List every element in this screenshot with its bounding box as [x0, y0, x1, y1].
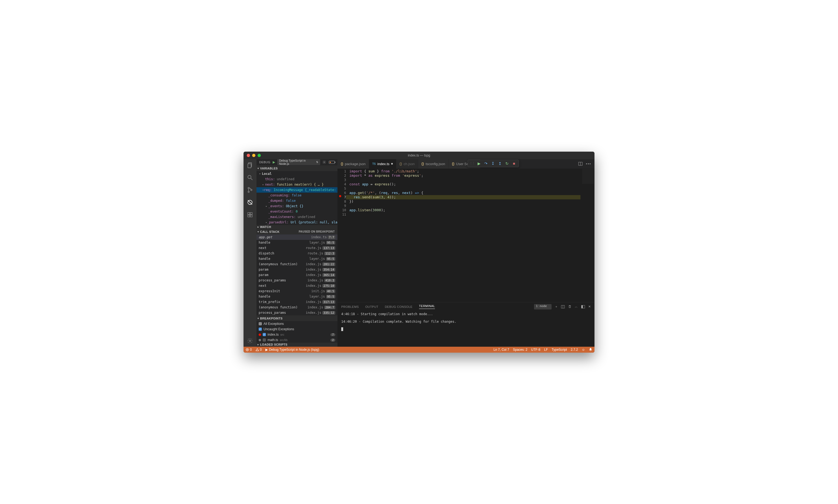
- checkbox-checked-icon[interactable]: ✓: [259, 327, 262, 331]
- debug-toolbar[interactable]: ⋮⋮ ▶ ↷ ↧ ↥ ↻ ■: [468, 160, 519, 167]
- status-encoding[interactable]: UTF-8: [531, 348, 540, 352]
- loaded-scripts-title[interactable]: ▸ LOADED SCRIPTS: [257, 343, 337, 346]
- var-prop[interactable]: _maxListeners: undefined: [257, 214, 337, 220]
- code-line[interactable]: [349, 212, 594, 217]
- var-this[interactable]: this: undefined: [257, 177, 337, 182]
- explorer-icon[interactable]: [247, 162, 253, 168]
- scm-icon[interactable]: [247, 187, 253, 193]
- status-spaces[interactable]: Spaces: 2: [513, 348, 527, 352]
- status-eol[interactable]: LF: [544, 348, 548, 352]
- drag-handle-icon[interactable]: ⋮⋮: [470, 162, 475, 165]
- status-errors[interactable]: 0: [246, 348, 252, 352]
- callstack-frame[interactable]: nextroute.js137:13: [257, 245, 337, 251]
- code-line[interactable]: import { sum } from './lib/math';: [349, 169, 594, 174]
- continue-button[interactable]: ▶: [476, 161, 482, 166]
- callstack-frame[interactable]: nextindex.js275:10: [257, 283, 337, 288]
- var-prop[interactable]: _consuming: false: [257, 193, 337, 198]
- search-icon[interactable]: [247, 174, 253, 181]
- editor-tab[interactable]: {}package.json: [337, 159, 369, 169]
- zoom-window-button[interactable]: [258, 154, 261, 157]
- callstack-frame[interactable]: trim_prefixindex.js317:13: [257, 299, 337, 305]
- debug-config-gear-icon[interactable]: [322, 160, 326, 164]
- tab-terminal[interactable]: TERMINAL: [419, 304, 435, 309]
- feedback-icon[interactable]: ☺: [582, 348, 585, 352]
- bp-all-exceptions[interactable]: All Exceptions: [257, 321, 337, 326]
- split-editor-icon[interactable]: [578, 162, 582, 166]
- close-panel-icon[interactable]: ✕: [588, 305, 591, 308]
- editor-tab[interactable]: {}ch.json: [396, 159, 418, 169]
- code-line[interactable]: import * as express from 'express';: [349, 174, 594, 178]
- watch-title[interactable]: ▸ WATCH: [257, 225, 337, 229]
- code-line[interactable]: [349, 186, 594, 191]
- callstack-frame[interactable]: handlelayer.js95:5: [257, 294, 337, 299]
- var-next[interactable]: ▸ next: function next(err) { … }: [257, 182, 337, 187]
- extensions-icon[interactable]: [247, 212, 253, 218]
- scope-local[interactable]: ▾Local: [257, 171, 337, 177]
- start-debug-icon[interactable]: ▶: [273, 160, 275, 164]
- breakpoint-item[interactable]: math.tssrc/lib 2: [257, 337, 337, 343]
- callstack-frame[interactable]: paramindex.js354:14: [257, 267, 337, 272]
- callstack-title[interactable]: ▾ CALL STACK PAUSED ON BREAKPOINT: [257, 229, 337, 234]
- code-line[interactable]: }): [349, 199, 594, 204]
- more-icon[interactable]: •••: [586, 162, 591, 166]
- step-over-button[interactable]: ↷: [483, 161, 489, 166]
- launch-config-select[interactable]: Debug TypeScript in Node.js ⇅: [277, 159, 320, 165]
- editor-tab[interactable]: {}tsconfig.json: [418, 159, 449, 169]
- terminal-select[interactable]: 1: node: [534, 304, 551, 309]
- code-line[interactable]: const app = express();: [349, 182, 594, 186]
- close-window-button[interactable]: [247, 154, 250, 157]
- status-warnings[interactable]: 0: [256, 348, 262, 352]
- stop-button[interactable]: ■: [511, 161, 517, 166]
- gear-icon[interactable]: [247, 338, 253, 344]
- minimize-window-button[interactable]: [252, 154, 256, 157]
- callstack-frame[interactable]: (anonymous function)index.js284:7: [257, 305, 337, 310]
- status-tsver[interactable]: 2.7.2: [571, 348, 578, 352]
- chevron-up-icon[interactable]: ︿: [575, 305, 578, 309]
- split-terminal-icon[interactable]: [561, 305, 565, 309]
- debug-icon[interactable]: [247, 199, 253, 205]
- code-line[interactable]: app.listen(3000);: [349, 208, 594, 212]
- debug-console-icon[interactable]: [329, 161, 335, 164]
- tab-debug-console[interactable]: DEBUG CONSOLE: [385, 305, 412, 308]
- restart-button[interactable]: ↻: [504, 161, 510, 166]
- checkbox-icon[interactable]: [259, 322, 262, 325]
- callstack-frame[interactable]: paramindex.js365:14: [257, 272, 337, 277]
- checkbox-icon[interactable]: ✓: [263, 333, 266, 336]
- callstack-frame[interactable]: process_paramsindex.js410:3: [257, 277, 337, 283]
- code-line[interactable]: res.send(sum(3, 4));: [349, 195, 594, 199]
- editor-tab[interactable]: TSindex.ts: [369, 159, 396, 169]
- minimap[interactable]: [582, 169, 594, 184]
- callstack-frame[interactable]: handlelayer.js95:5: [257, 240, 337, 245]
- step-into-button[interactable]: ↧: [490, 161, 496, 166]
- breakpoints-title[interactable]: ▾ BREAKPOINTS: [257, 316, 337, 321]
- breakpoint-item[interactable]: ✓ index.tssrc 7: [257, 332, 337, 337]
- bp-uncaught-exceptions[interactable]: ✓ Uncaught Exceptions: [257, 326, 337, 332]
- callstack-frame[interactable]: process_paramsindex.js335:12: [257, 310, 337, 316]
- variables-title[interactable]: ▾ VARIABLES: [257, 165, 337, 171]
- var-prop[interactable]: _eventsCount: 0: [257, 209, 337, 214]
- code-line[interactable]: [349, 204, 594, 208]
- tab-problems[interactable]: PROBLEMS: [341, 305, 359, 308]
- maximize-panel-icon[interactable]: [581, 305, 585, 309]
- code-body[interactable]: import { sum } from './lib/math';import …: [349, 169, 594, 302]
- callstack-frame[interactable]: dispatchroute.js112:3: [257, 251, 337, 256]
- step-out-button[interactable]: ↥: [497, 161, 503, 166]
- code-editor[interactable]: 1234567891011 import { sum } from './lib…: [337, 169, 594, 302]
- status-lang[interactable]: TypeScript: [552, 348, 567, 352]
- callstack-frame[interactable]: expressInitinit.js40:5: [257, 288, 337, 294]
- status-launch[interactable]: ▶ Debug TypeScript in Node.js (tspg): [265, 348, 319, 352]
- status-lncol[interactable]: Ln 7, Col 7: [493, 348, 509, 352]
- var-req[interactable]: ▾ req: IncomingMessage {_readableState: …: [257, 187, 337, 193]
- trash-icon[interactable]: [568, 305, 572, 308]
- callstack-frame[interactable]: handlelayer.js95:5: [257, 256, 337, 262]
- bell-icon[interactable]: [589, 348, 592, 351]
- code-line[interactable]: app.get('/*', (req, res, next) => {: [349, 191, 594, 195]
- tab-output[interactable]: OUTPUT: [365, 305, 378, 308]
- callstack-frame[interactable]: app.getindex.ts7:7: [257, 234, 337, 240]
- var-prop[interactable]: ▸_events: Object {}: [257, 203, 337, 209]
- terminal-body[interactable]: 4:46:18 - Starting compilation in watch …: [337, 311, 594, 347]
- breakpoint-marker-icon[interactable]: [339, 195, 341, 197]
- callstack-frame[interactable]: (anonymous function)index.js281:22: [257, 262, 337, 267]
- checkbox-icon[interactable]: [263, 338, 266, 342]
- code-line[interactable]: [349, 178, 594, 182]
